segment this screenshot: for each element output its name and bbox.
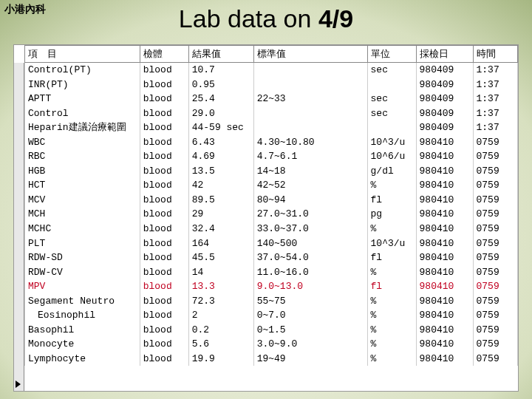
cell-item: MCH <box>25 207 140 222</box>
table-row[interactable]: MPVblood13.39.0~13.0fl9804100759 <box>25 279 518 294</box>
cell-item: HGB <box>25 164 140 179</box>
cell-item: INR(PT) <box>25 78 140 92</box>
table-row[interactable]: HGBblood13.514~18g/dl9804100759 <box>25 164 518 179</box>
th-unit: 單位 <box>367 46 416 63</box>
cell-item: Segament Neutro <box>25 294 140 309</box>
cell-specimen: blood <box>140 222 188 236</box>
cell-time: 1:37 <box>473 106 518 121</box>
cell-specimen: blood <box>140 352 188 366</box>
cell-time: 0759 <box>473 294 518 309</box>
cell-item: RDW-SD <box>25 250 140 265</box>
cell-date: 980410 <box>416 294 473 309</box>
cell-specimen: blood <box>140 207 188 222</box>
cell-unit <box>367 120 416 135</box>
cell-unit: fl <box>367 279 416 294</box>
cell-unit: pg <box>367 207 416 222</box>
th-time: 時間 <box>473 46 518 63</box>
table-row[interactable]: PLTblood164140~50010^3/u9804100759 <box>25 236 518 251</box>
cell-result: 13.5 <box>188 164 253 179</box>
table-row[interactable]: INR(PT)blood0.959804091:37 <box>25 78 518 92</box>
cell-date: 980409 <box>416 63 473 78</box>
cell-result: 45.5 <box>188 250 253 265</box>
cell-item: Basophil <box>25 323 140 338</box>
table-row[interactable]: WBCblood6.434.30~10.8010^3/u9804100759 <box>25 135 518 150</box>
cell-item: Eosinophil <box>25 308 140 323</box>
cell-time: 0759 <box>473 149 518 164</box>
cell-time: 0759 <box>473 337 518 352</box>
th-specimen: 檢體 <box>140 46 188 63</box>
cell-reference <box>253 78 367 92</box>
table-row[interactable]: MCVblood89.580~94fl9804100759 <box>25 193 518 208</box>
cell-time: 0759 <box>473 207 518 222</box>
cell-specimen: blood <box>140 135 188 150</box>
cell-reference: 42~52 <box>253 178 367 193</box>
cell-time: 1:37 <box>473 78 518 92</box>
table-row[interactable]: APTTblood25.422~33sec9804091:37 <box>25 92 518 106</box>
cell-time: 0759 <box>473 265 518 280</box>
table-row[interactable]: Eosinophilblood20~7.0%9804100759 <box>25 308 518 323</box>
cell-result: 6.43 <box>188 135 253 150</box>
cell-specimen: blood <box>140 178 188 193</box>
cell-unit: 10^6/u <box>367 149 416 164</box>
cell-specimen: blood <box>140 78 188 92</box>
cell-date: 980410 <box>416 135 473 150</box>
cell-reference: 55~75 <box>253 294 367 309</box>
table-row[interactable]: MCHblood2927.0~31.0pg9804100759 <box>25 207 518 222</box>
cell-time: 1:37 <box>473 120 518 135</box>
cell-item: Control <box>25 106 140 121</box>
cell-result: 0.95 <box>188 78 253 92</box>
table-row[interactable]: Heparin建議治療範圍blood44-59 sec9804091:37 <box>25 120 518 135</box>
cell-date: 980410 <box>416 193 473 208</box>
table-row[interactable]: Monocyteblood5.63.0~9.0%9804100759 <box>25 337 518 352</box>
cell-date: 980410 <box>416 323 473 338</box>
cell-date: 980410 <box>416 236 473 251</box>
cell-specimen: blood <box>140 193 188 208</box>
cell-date: 980410 <box>416 178 473 193</box>
lab-table: 項 目 檢體 結果值 標準值 單位 採檢日 時間 Control(PT)bloo… <box>24 45 518 366</box>
table-row[interactable]: RDW-SDblood45.537.0~54.0fl9804100759 <box>25 250 518 265</box>
th-item: 項 目 <box>25 46 140 63</box>
cell-result: 89.5 <box>188 193 253 208</box>
cell-reference <box>253 106 367 121</box>
cell-time: 0759 <box>473 164 518 179</box>
page-title: Lab data on 4/9 <box>0 4 532 33</box>
cell-item: MCV <box>25 193 140 208</box>
cell-time: 0759 <box>473 323 518 338</box>
table-row[interactable]: Controlblood29.0sec9804091:37 <box>25 106 518 121</box>
cell-result: 0.2 <box>188 323 253 338</box>
cell-unit: % <box>367 265 416 280</box>
table-row[interactable]: RDW-CVblood1411.0~16.0%9804100759 <box>25 265 518 280</box>
table-row[interactable]: MCHCblood32.433.0~37.0%9804100759 <box>25 222 518 236</box>
cell-result: 14 <box>188 265 253 280</box>
cell-specimen: blood <box>140 92 188 106</box>
cell-date: 980410 <box>416 250 473 265</box>
cell-result: 32.4 <box>188 222 253 236</box>
th-date: 採檢日 <box>416 46 473 63</box>
cell-time: 0759 <box>473 308 518 323</box>
table-row[interactable]: Control(PT)blood10.7sec9804091:37 <box>25 63 518 78</box>
cell-result: 164 <box>188 236 253 251</box>
cell-reference: 0~7.0 <box>253 308 367 323</box>
cell-specimen: blood <box>140 308 188 323</box>
table-row[interactable]: Basophilblood0.20~1.5%9804100759 <box>25 323 518 338</box>
cell-date: 980410 <box>416 337 473 352</box>
cell-time: 0759 <box>473 279 518 294</box>
row-selector-gutter <box>14 63 24 391</box>
cell-result: 42 <box>188 178 253 193</box>
cell-reference: 0~1.5 <box>253 323 367 338</box>
table-row[interactable]: RBCblood4.694.7~6.110^6/u9804100759 <box>25 149 518 164</box>
cell-reference: 9.0~13.0 <box>253 279 367 294</box>
table-row[interactable]: Lymphocyteblood19.919~49%9804100759 <box>25 352 518 366</box>
cell-result: 2 <box>188 308 253 323</box>
table-row[interactable]: Segament Neutroblood72.355~75%9804100759 <box>25 294 518 309</box>
table-row[interactable]: HCTblood4242~52%9804100759 <box>25 178 518 193</box>
lab-table-container: 項 目 檢體 結果值 標準值 單位 採檢日 時間 Control(PT)bloo… <box>13 44 519 392</box>
cell-result: 25.4 <box>188 92 253 106</box>
cell-item: RBC <box>25 149 140 164</box>
cell-time: 0759 <box>473 178 518 193</box>
cell-date: 980410 <box>416 149 473 164</box>
cell-item: APTT <box>25 92 140 106</box>
cell-reference: 140~500 <box>253 236 367 251</box>
cell-date: 980410 <box>416 352 473 366</box>
cell-unit: % <box>367 294 416 309</box>
